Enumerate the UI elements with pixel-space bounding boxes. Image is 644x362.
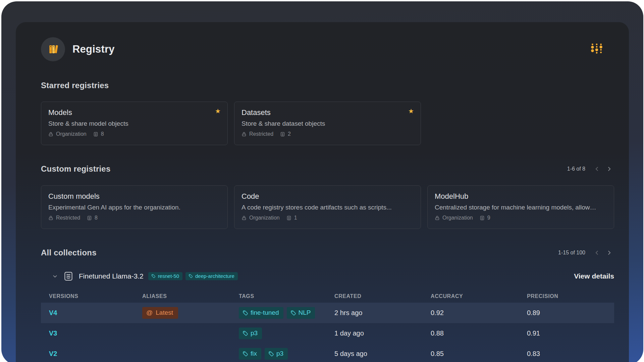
created-cell: 2 hrs ago bbox=[334, 309, 431, 317]
version-tag[interactable]: fine-tuned bbox=[239, 307, 283, 319]
tag-label: p3 bbox=[251, 329, 258, 337]
visibility-label: Organization bbox=[442, 215, 473, 221]
accuracy-cell: 0.88 bbox=[431, 329, 527, 337]
collections-count: 9 bbox=[487, 215, 490, 221]
view-details-link[interactable]: View details bbox=[574, 272, 614, 280]
alias-label: Latest bbox=[156, 309, 173, 316]
tag-label: resnet-50 bbox=[158, 273, 179, 279]
section-title-collections: All collections bbox=[41, 248, 97, 257]
collections-count-icon bbox=[87, 216, 92, 221]
collection-tag[interactable]: resnet-50 bbox=[148, 272, 182, 280]
version-tag[interactable]: p3 bbox=[265, 348, 288, 360]
version-tag[interactable]: p3 bbox=[239, 327, 262, 339]
card-title: Code bbox=[241, 192, 413, 201]
lock-icon bbox=[241, 132, 247, 137]
precision-cell: 0.91 bbox=[527, 329, 614, 337]
collections-count-icon bbox=[480, 216, 485, 221]
visibility-label: Organization bbox=[249, 215, 280, 221]
collections-count-icon bbox=[286, 216, 291, 221]
custom-pagination: 1-6 of 8 bbox=[567, 164, 614, 174]
col-aliases: ALIASES bbox=[142, 293, 239, 299]
card-description: Store & share dataset objects bbox=[241, 120, 413, 127]
section-title-starred: Starred registries bbox=[41, 81, 109, 90]
lock-icon bbox=[241, 216, 247, 221]
created-cell: 1 day ago bbox=[334, 329, 431, 337]
star-icon[interactable]: ★ bbox=[215, 107, 221, 115]
collections-count-icon bbox=[280, 132, 285, 137]
collection-row: Finetuned Llama-3.2 resnet-50 deep-archi… bbox=[41, 271, 614, 281]
registry-card-datasets[interactable]: Datasets Store & share dataset objects R… bbox=[234, 102, 421, 145]
col-precision: PRECISION bbox=[527, 293, 614, 299]
table-row[interactable]: V4 @Latest fine-tuned NLP 2 hrs ago 0.92… bbox=[41, 303, 614, 323]
card-description: A code registry stores code artifacts su… bbox=[241, 204, 413, 211]
card-description: Store & share model objects bbox=[48, 120, 220, 127]
books-icon bbox=[47, 43, 59, 56]
lock-icon bbox=[435, 216, 440, 221]
collections-count: 8 bbox=[101, 131, 104, 137]
at-icon: @ bbox=[146, 309, 153, 316]
table-header: VERSIONS ALIASES TAGS CREATED ACCURACY P… bbox=[41, 290, 614, 303]
page-title: Registry bbox=[72, 43, 115, 55]
page-header: Registry bbox=[41, 37, 614, 61]
pagination-prev-button[interactable] bbox=[592, 164, 602, 174]
version-link[interactable]: V3 bbox=[49, 329, 142, 337]
visibility-label: Restricted bbox=[249, 131, 273, 137]
versions-table: VERSIONS ALIASES TAGS CREATED ACCURACY P… bbox=[41, 290, 614, 362]
registry-card-modelhub[interactable]: ModelHub Centralized storage for machine… bbox=[427, 185, 614, 229]
tag-label: deep-architecture bbox=[195, 273, 234, 279]
pagination-next-button[interactable] bbox=[604, 248, 614, 258]
registry-avatar bbox=[41, 37, 65, 61]
chevron-down-icon[interactable] bbox=[52, 273, 58, 280]
version-tag[interactable]: fix bbox=[239, 348, 261, 360]
card-title: ModelHub bbox=[435, 192, 606, 201]
tag-label: p3 bbox=[276, 350, 283, 357]
card-description: Centralized storage for machine learning… bbox=[435, 204, 606, 211]
pagination-next-button[interactable] bbox=[604, 164, 614, 174]
pagination-prev-button[interactable] bbox=[592, 248, 602, 258]
alias-badge: @Latest bbox=[142, 307, 178, 319]
precision-cell: 0.89 bbox=[527, 309, 614, 317]
precision-cell: 0.83 bbox=[527, 350, 614, 358]
starred-cards: Models Store & share model objects Organ… bbox=[41, 102, 614, 145]
card-title: Datasets bbox=[241, 108, 413, 117]
collections-count: 1 bbox=[294, 215, 297, 221]
collections-count: 2 bbox=[288, 131, 291, 137]
col-versions: VERSIONS bbox=[49, 293, 142, 299]
version-tag[interactable]: NLP bbox=[287, 307, 315, 319]
table-row[interactable]: V2 fix p3 5 days ago 0.85 0.83 bbox=[41, 344, 614, 362]
registry-card-custom-models[interactable]: Custom models Experimental Gen AI apps f… bbox=[41, 185, 228, 229]
registry-card-models[interactable]: Models Store & share model objects Organ… bbox=[41, 102, 228, 145]
pagination-label: 1-6 of 8 bbox=[567, 166, 585, 172]
custom-cards: Custom models Experimental Gen AI apps f… bbox=[41, 185, 614, 229]
col-accuracy: ACCURACY bbox=[431, 293, 527, 299]
table-row[interactable]: V3 p3 1 day ago 0.88 0.91 bbox=[41, 323, 614, 344]
accuracy-cell: 0.85 bbox=[431, 350, 527, 358]
lock-icon bbox=[48, 216, 53, 221]
card-title: Models bbox=[48, 108, 220, 117]
card-description: Experimental Gen AI apps for the organiz… bbox=[48, 204, 220, 211]
collection-tag[interactable]: deep-architecture bbox=[185, 272, 238, 280]
accuracy-cell: 0.92 bbox=[431, 309, 527, 317]
visibility-label: Restricted bbox=[56, 215, 80, 221]
tag-label: fix bbox=[251, 350, 257, 357]
tag-label: NLP bbox=[299, 309, 311, 316]
col-created: CREATED bbox=[334, 293, 431, 299]
collections-pagination: 1-15 of 100 bbox=[558, 248, 614, 258]
tag-label: fine-tuned bbox=[251, 309, 279, 316]
collection-icon bbox=[63, 271, 73, 281]
collections-count-icon bbox=[93, 132, 98, 137]
registry-card-code[interactable]: Code A code registry stores code artifac… bbox=[234, 185, 421, 229]
collections-count: 8 bbox=[95, 215, 98, 221]
dots-grid-icon[interactable] bbox=[591, 42, 603, 56]
lock-icon bbox=[48, 132, 53, 137]
version-link[interactable]: V4 bbox=[49, 309, 142, 317]
section-title-custom: Custom registries bbox=[41, 164, 110, 174]
pagination-label: 1-15 of 100 bbox=[558, 250, 585, 256]
created-cell: 5 days ago bbox=[334, 350, 431, 358]
card-title: Custom models bbox=[48, 192, 220, 201]
col-tags: TAGS bbox=[239, 293, 334, 299]
visibility-label: Organization bbox=[56, 131, 87, 137]
star-icon[interactable]: ★ bbox=[408, 107, 414, 115]
version-link[interactable]: V2 bbox=[49, 350, 142, 358]
window-frame: Registry Starred registries Models Store… bbox=[1, 1, 643, 362]
